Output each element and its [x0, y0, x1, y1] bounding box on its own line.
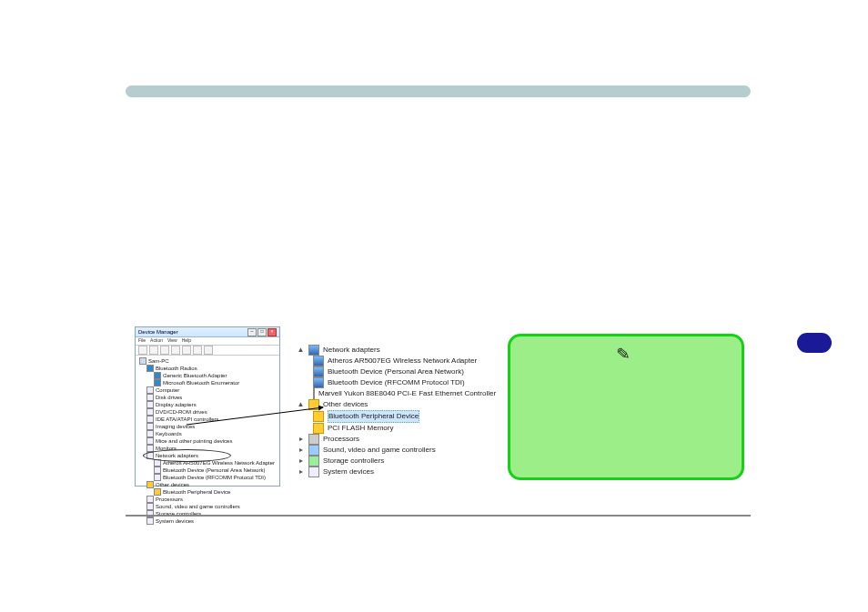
- tree-item[interactable]: ▲Other devices: [293, 399, 493, 410]
- warning-icon: [146, 481, 154, 488]
- device-icon: [146, 517, 154, 525]
- tree-item-label: Atheros AR5007EG Wireless Network Adapte…: [328, 356, 477, 366]
- tree-item[interactable]: Marvell Yukon 88E8040 PCI-E Fast Etherne…: [293, 388, 493, 399]
- device-icon: [146, 423, 154, 430]
- tree-item[interactable]: Bluetooth Device (RFCOMM Protocol TDI): [139, 474, 279, 481]
- storage-icon: [308, 456, 319, 467]
- menu-view[interactable]: View: [167, 337, 177, 345]
- tree-item[interactable]: System devices: [139, 517, 279, 525]
- device-icon: [146, 394, 154, 401]
- tree-item[interactable]: ▲Network adapters: [293, 345, 493, 356]
- tree-item-label: Bluetooth Device (RFCOMM Protocol TDI): [163, 474, 266, 481]
- device-icon: [308, 467, 319, 477]
- toolbar-button[interactable]: [182, 346, 191, 355]
- tree-item-label: Bluetooth Device (Personal Area Network): [328, 366, 464, 377]
- window-titlebar[interactable]: Device Manager – □ ×: [136, 327, 279, 337]
- expand-icon[interactable]: ▸: [297, 467, 305, 477]
- toolbar-button[interactable]: [160, 346, 169, 355]
- tree-item[interactable]: PCI FLASH Memory: [293, 423, 493, 434]
- tree-item-label: Other devices: [156, 481, 189, 488]
- note-callout: ✎: [508, 334, 744, 480]
- tree-item-label: Network adapters: [323, 345, 380, 356]
- tree-item-label: Generic Bluetooth Adapter: [163, 372, 227, 379]
- cpu-icon: [308, 434, 319, 445]
- window-close-button[interactable]: ×: [267, 328, 277, 336]
- tree-item[interactable]: Sound, video and game controllers: [139, 503, 279, 510]
- tree-item[interactable]: Atheros AR5007EG Wireless Network Adapte…: [293, 356, 493, 366]
- computer-icon: [139, 357, 146, 365]
- sound-icon: [308, 445, 319, 456]
- tree-item-label: Bluetooth Device (RFCOMM Protocol TDI): [328, 377, 465, 388]
- tree-item-label: Marvell Yukon 88E8040 PCI-E Fast Etherne…: [318, 388, 496, 399]
- tree-item[interactable]: Microsoft Bluetooth Enumerator: [139, 379, 279, 386]
- tree-item[interactable]: Processors: [139, 496, 279, 503]
- tree-item[interactable]: Disk drives: [139, 394, 279, 401]
- toolbar-button[interactable]: [204, 346, 213, 355]
- tree-item[interactable]: ▸Storage controllers: [293, 456, 493, 467]
- device-tree-small[interactable]: Sam-PC Bluetooth Radios Generic Bluetoot…: [136, 356, 279, 527]
- toolbar-button[interactable]: [171, 346, 180, 355]
- menu-bar[interactable]: File Action View Help: [136, 337, 279, 346]
- tree-item[interactable]: Bluetooth Device (Personal Area Network): [139, 467, 279, 474]
- expand-icon[interactable]: ▸: [297, 456, 305, 467]
- toolbar-button[interactable]: [138, 346, 147, 355]
- tree-item[interactable]: Bluetooth Device (RFCOMM Protocol TDI): [293, 377, 493, 388]
- expand-icon[interactable]: ▸: [297, 445, 305, 456]
- window-maximize-button[interactable]: □: [257, 328, 267, 336]
- tree-item[interactable]: IDE ATA/ATAPI controllers: [139, 416, 279, 423]
- tree-item[interactable]: Bluetooth Device (Personal Area Network): [293, 366, 493, 377]
- tree-item[interactable]: ▸Processors: [293, 434, 493, 445]
- tree-item-label: Other devices: [323, 399, 368, 410]
- expand-icon[interactable]: ▸: [297, 434, 305, 445]
- device-manager-tree-detail: ▲Network adapters Atheros AR5007EG Wirel…: [293, 345, 493, 472]
- tree-item[interactable]: ▸System devices: [293, 467, 493, 477]
- device-icon: [146, 401, 154, 408]
- collapse-icon[interactable]: ▲: [297, 399, 305, 410]
- tree-item-selected[interactable]: Bluetooth Peripheral Device: [293, 410, 493, 423]
- tree-root[interactable]: Sam-PC: [139, 357, 279, 365]
- tree-item-label: IDE ATA/ATAPI controllers: [156, 416, 219, 423]
- tree-item[interactable]: Mice and other pointing devices: [139, 437, 279, 445]
- header-bar: [126, 85, 751, 97]
- tree-item-label: System devices: [323, 467, 374, 477]
- tree-item[interactable]: DVD/CD-ROM drives: [139, 408, 279, 416]
- device-icon: [146, 408, 154, 416]
- toolbar-button[interactable]: [149, 346, 158, 355]
- device-icon: [146, 437, 154, 445]
- tree-item-label: DVD/CD-ROM drives: [156, 408, 207, 416]
- tree-item[interactable]: Imaging devices: [139, 423, 279, 430]
- tree-root-label: Sam-PC: [148, 357, 169, 365]
- toolbar-button[interactable]: [193, 346, 202, 355]
- tree-item-label: Computer: [156, 386, 179, 394]
- toolbar[interactable]: [136, 346, 279, 356]
- tree-item-label: System devices: [156, 517, 194, 525]
- device-icon: [146, 496, 154, 503]
- menu-help[interactable]: Help: [182, 337, 191, 345]
- tree-item-label: Processors: [323, 434, 359, 445]
- bluetooth-icon: [146, 365, 154, 372]
- device-icon: [154, 474, 161, 481]
- collapse-icon[interactable]: ▲: [297, 345, 305, 356]
- tree-item-label: Imaging devices: [156, 423, 195, 430]
- network-icon: [313, 356, 324, 366]
- warning-icon: [308, 399, 319, 410]
- tree-item-label: Bluetooth Radios: [156, 365, 197, 372]
- tree-item-label: Mice and other pointing devices: [156, 437, 232, 445]
- tree-item[interactable]: Bluetooth Radios: [139, 365, 279, 372]
- tree-item-label: Bluetooth Device (Personal Area Network): [163, 467, 265, 474]
- device-icon: [146, 416, 154, 423]
- tree-item[interactable]: Computer: [139, 386, 279, 394]
- window-title: Device Manager: [138, 329, 247, 335]
- tree-item[interactable]: ▸Sound, video and game controllers: [293, 445, 493, 456]
- tree-item[interactable]: Display adapters: [139, 401, 279, 408]
- menu-action[interactable]: Action: [150, 337, 163, 345]
- tree-item[interactable]: Other devices: [139, 481, 279, 488]
- window-minimize-button[interactable]: –: [247, 328, 257, 336]
- device-manager-window-small: Device Manager – □ × File Action View He…: [135, 326, 280, 487]
- tree-item-label: PCI FLASH Memory: [328, 423, 393, 434]
- tree-item[interactable]: Generic Bluetooth Adapter: [139, 372, 279, 379]
- tree-item[interactable]: Keyboards: [139, 430, 279, 437]
- tree-item-highlighted[interactable]: Bluetooth Peripheral Device: [139, 488, 279, 496]
- menu-file[interactable]: File: [138, 337, 146, 345]
- tree-item-label: Bluetooth Peripheral Device: [328, 410, 419, 423]
